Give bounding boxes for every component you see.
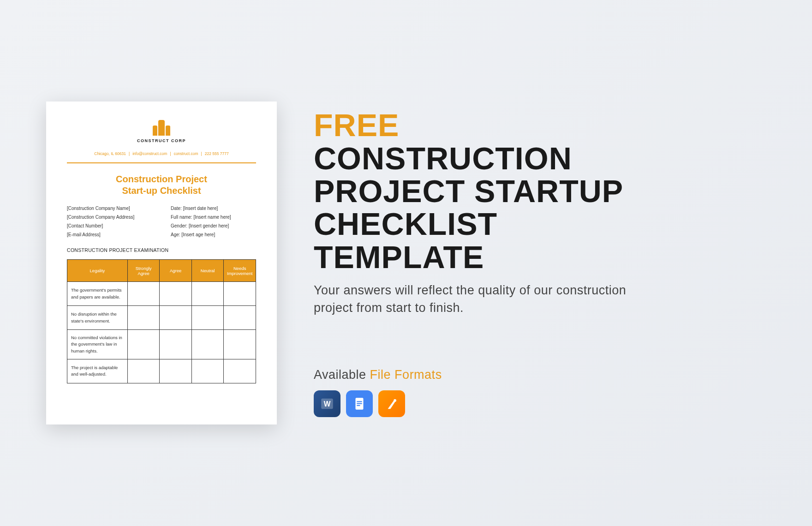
th-strongly-agree: Strongly Agree (127, 260, 160, 282)
table-row: No committed violations in the governmen… (67, 330, 256, 359)
th-agree: Agree (160, 260, 192, 282)
th-needs-improvement: Needs Improvement (224, 260, 256, 282)
logo-company-name: CONSTRUCT CORP (67, 138, 256, 143)
field-company-address: [Construction Company Address] (67, 215, 152, 220)
svg-point-6 (394, 399, 396, 402)
google-docs-icon[interactable] (346, 390, 373, 417)
promo-heading: FREE CONSTRUCTION PROJECT STARTUP CHECKL… (314, 109, 637, 274)
field-company-name: [Construction Company Name] (67, 206, 152, 211)
svg-rect-4 (357, 403, 362, 404)
company-logo: CONSTRUCT CORP (67, 120, 256, 143)
contact-website: construct.com (174, 151, 198, 156)
template-promo-card: CONSTRUCT CORP Chicago, IL 60631|info@co… (0, 102, 812, 424)
field-fullname: Full name: [Insert name here] (171, 215, 256, 220)
field-gender: Gender: [Insert gender here] (171, 223, 256, 228)
document-title: Construction Project Start-up Checklist (67, 173, 256, 197)
svg-rect-5 (357, 405, 360, 406)
info-left-column: [Construction Company Name] [Constructio… (67, 206, 152, 237)
info-right-column: Date: [Insert date here] Full name: [Ins… (171, 206, 256, 237)
table-row: The government's permits and papers are … (67, 282, 256, 306)
contact-email: info@construct.com (132, 151, 167, 156)
svg-text:W: W (324, 400, 331, 407)
info-fields: [Construction Company Name] [Constructio… (67, 206, 256, 237)
contact-city: Chicago, IL 60631 (94, 151, 126, 156)
th-legality: Legality (67, 260, 128, 282)
field-email: [E-mail Address] (67, 232, 152, 237)
formats-label: Available File Formats (314, 368, 637, 382)
format-icons-row: W (314, 390, 637, 417)
divider (67, 162, 256, 163)
promo-section: FREE CONSTRUCTION PROJECT STARTUP CHECKL… (314, 109, 637, 417)
word-icon[interactable]: W (314, 390, 340, 417)
field-contact-number: [Contact Number] (67, 223, 152, 228)
th-neutral: Neutral (191, 260, 224, 282)
contact-phone: 222 555 7777 (205, 151, 229, 156)
field-date: Date: [Insert date here] (171, 206, 256, 211)
table-row: No disruption within the state's environ… (67, 306, 256, 330)
promo-title: CONSTRUCTION PROJECT STARTUP CHECKLIST T… (314, 141, 623, 275)
document-preview: CONSTRUCT CORP Chicago, IL 60631|info@co… (46, 102, 277, 424)
checklist-table: Legality Strongly Agree Agree Neutral Ne… (67, 259, 256, 383)
promo-tag: FREE (314, 108, 399, 143)
svg-rect-3 (357, 401, 362, 402)
section-header: CONSTRUCTION PROJECT EXAMINATION (67, 247, 256, 253)
field-age: Age: [Insert age here] (171, 232, 256, 237)
pages-icon[interactable] (378, 390, 405, 417)
contact-info-line: Chicago, IL 60631|info@construct.com|con… (67, 151, 256, 156)
table-row: The project is adaptable and well-adjust… (67, 359, 256, 383)
promo-description: Your answers will reflect the quality of… (314, 282, 637, 317)
buildings-icon (153, 120, 170, 136)
